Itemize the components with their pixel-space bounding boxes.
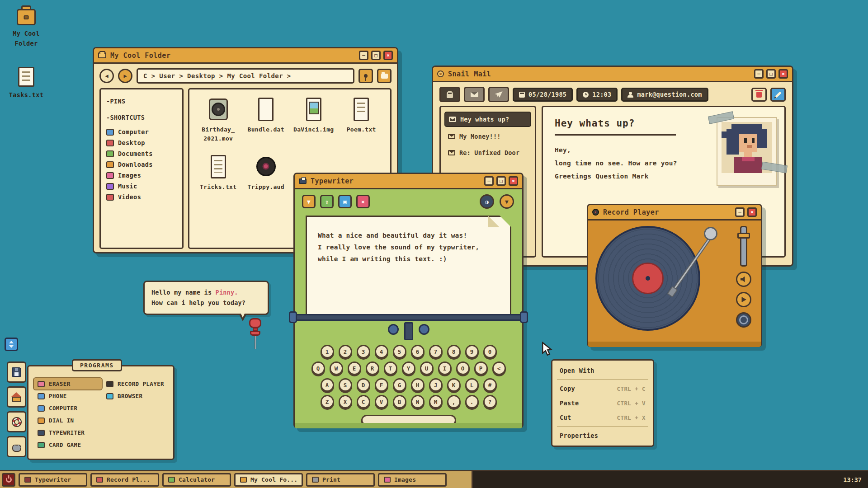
spacebar-key[interactable] bbox=[361, 415, 456, 426]
typewriter-key[interactable]: L bbox=[465, 378, 479, 392]
file-item[interactable]: Poem.txt bbox=[339, 98, 384, 143]
dock-button[interactable] bbox=[7, 436, 26, 457]
compose-button[interactable] bbox=[770, 88, 786, 102]
close-button[interactable]: × bbox=[509, 176, 518, 186]
desktop-icon-my-cool-folder[interactable]: My Cool Folder bbox=[5, 5, 48, 48]
paper-feed-button[interactable]: ▼ bbox=[500, 194, 514, 209]
minimize-button[interactable]: — bbox=[735, 207, 745, 217]
typewriter-key[interactable]: I bbox=[438, 361, 452, 375]
maximize-button[interactable]: □ bbox=[766, 69, 776, 79]
file-item[interactable]: DaVinci.img bbox=[291, 98, 336, 143]
clear-button[interactable]: × bbox=[356, 195, 370, 208]
message-list-item[interactable]: My Money!!! bbox=[444, 130, 531, 143]
message-list-item[interactable]: Hey whats up? bbox=[444, 112, 531, 127]
typewriter-key[interactable]: K bbox=[447, 378, 461, 392]
record-player-titlebar[interactable]: Record Player — × bbox=[588, 205, 761, 221]
taskbar-item[interactable]: Images bbox=[378, 473, 447, 487]
file-item[interactable]: Bundle.dat bbox=[244, 98, 289, 143]
volume-slider[interactable] bbox=[740, 226, 747, 267]
new-folder-button[interactable] bbox=[377, 69, 392, 83]
power-button[interactable] bbox=[2, 473, 15, 487]
typewriter-key[interactable]: Q bbox=[311, 361, 325, 375]
taskbar-item[interactable]: My Cool Fo... bbox=[234, 473, 303, 487]
save-button[interactable]: ▣ bbox=[338, 195, 352, 208]
dock-button[interactable] bbox=[7, 386, 26, 408]
typewriter-key[interactable]: ? bbox=[483, 395, 497, 408]
explorer-titlebar[interactable]: My Cool Folder — □ × bbox=[94, 48, 397, 64]
tab-mail[interactable] bbox=[464, 87, 485, 102]
typewriter-key[interactable]: X bbox=[339, 395, 352, 408]
typewriter-key[interactable]: E bbox=[348, 361, 361, 375]
forward-button[interactable]: ▶ bbox=[118, 69, 132, 83]
typewriter-key[interactable]: R bbox=[366, 361, 379, 375]
typewriter-key[interactable]: 9 bbox=[465, 345, 479, 358]
minimize-button[interactable]: — bbox=[484, 176, 494, 186]
typewriter-key[interactable]: D bbox=[357, 378, 370, 392]
maximize-button[interactable]: □ bbox=[371, 51, 381, 60]
taskbar-item[interactable]: Record Pl... bbox=[90, 473, 159, 487]
programs-menu-item[interactable]: BROWSER bbox=[103, 390, 168, 402]
play-button[interactable] bbox=[736, 292, 751, 307]
file-item[interactable]: Birthday_ 2021.mov bbox=[196, 98, 241, 143]
typewriter-key[interactable]: A bbox=[321, 378, 334, 392]
platen-knob-right[interactable] bbox=[520, 311, 528, 323]
typewriter-titlebar[interactable]: Typewriter — □ × bbox=[295, 174, 522, 189]
typewriter-key[interactable]: P bbox=[474, 361, 488, 375]
context-item-properties[interactable]: Properties bbox=[552, 428, 653, 443]
power-dial-button[interactable] bbox=[736, 312, 751, 328]
dock-button[interactable] bbox=[7, 411, 26, 432]
typewriter-key[interactable]: Z bbox=[321, 395, 334, 408]
sidebar-item[interactable]: Videos bbox=[106, 193, 177, 201]
minimize-button[interactable]: — bbox=[754, 69, 764, 79]
typewriter-key[interactable]: J bbox=[429, 378, 443, 392]
typewriter-key[interactable]: < bbox=[492, 361, 506, 375]
context-item-paste[interactable]: Paste CTRL + V bbox=[552, 396, 653, 410]
typewriter-key[interactable]: 8 bbox=[447, 345, 461, 358]
assistant-pin-character[interactable] bbox=[247, 318, 264, 354]
typewriter-paper[interactable]: What a nice and beautiful day it was!I r… bbox=[306, 216, 511, 321]
typewriter-key[interactable]: 0 bbox=[483, 345, 497, 358]
programs-menu-item[interactable]: CARD GAME bbox=[34, 439, 102, 450]
load-paper-button[interactable]: ⇧ bbox=[320, 195, 334, 208]
sidebar-item[interactable]: Downloads bbox=[106, 161, 177, 168]
taskbar-item[interactable]: Print bbox=[306, 473, 375, 487]
sidebar-item[interactable]: Computer bbox=[106, 128, 177, 136]
typewriter-key[interactable]: 7 bbox=[429, 345, 443, 358]
message-list-item[interactable]: Re: Unfixed Door bbox=[444, 146, 531, 160]
typewriter-key[interactable]: H bbox=[411, 378, 425, 392]
close-button[interactable]: × bbox=[778, 69, 788, 79]
tab-inbox[interactable] bbox=[439, 87, 460, 102]
dock-button[interactable] bbox=[7, 361, 26, 383]
ribbon-button[interactable]: ▼ bbox=[302, 195, 316, 208]
ink-button[interactable]: ◑ bbox=[480, 194, 494, 209]
maximize-button[interactable]: □ bbox=[496, 176, 506, 186]
file-item[interactable]: Trippy.aud bbox=[244, 155, 289, 192]
typewriter-key[interactable]: F bbox=[375, 378, 388, 392]
programs-menu-item[interactable]: COMPUTER bbox=[34, 403, 102, 414]
vinyl-record[interactable] bbox=[595, 226, 700, 331]
programs-menu-item[interactable]: PHONE bbox=[34, 390, 102, 402]
typewriter-key[interactable]: V bbox=[375, 395, 388, 408]
typewriter-key[interactable]: O bbox=[456, 361, 470, 375]
typewriter-key[interactable]: 3 bbox=[357, 345, 370, 358]
sidebar-item[interactable]: -PINS bbox=[106, 98, 177, 105]
speaker-button[interactable] bbox=[736, 272, 751, 287]
sidebar-item[interactable]: Music bbox=[106, 183, 177, 190]
minimize-button[interactable]: — bbox=[359, 51, 368, 60]
programs-menu-item[interactable]: DIAL IN bbox=[34, 415, 102, 426]
close-button[interactable]: × bbox=[747, 207, 757, 217]
typewriter-key[interactable]: T bbox=[384, 361, 397, 375]
sidebar-item[interactable]: Desktop bbox=[106, 139, 177, 146]
typewriter-key[interactable]: . bbox=[465, 395, 479, 408]
typewriter-key[interactable]: Y bbox=[402, 361, 415, 375]
address-bar[interactable]: C > User > Desktop > My Cool Folder > bbox=[137, 68, 354, 84]
pin-button[interactable] bbox=[359, 69, 373, 83]
typewriter-key[interactable]: B bbox=[393, 395, 406, 408]
file-item[interactable]: Tricks.txt bbox=[196, 155, 241, 192]
typewriter-key[interactable]: , bbox=[447, 395, 461, 408]
tab-sent[interactable] bbox=[488, 87, 509, 102]
taskbar-item[interactable]: Calculator bbox=[162, 473, 231, 487]
typewriter-key[interactable]: N bbox=[411, 395, 425, 408]
back-button[interactable]: ◀ bbox=[99, 69, 114, 83]
typewriter-key[interactable]: 4 bbox=[375, 345, 388, 358]
